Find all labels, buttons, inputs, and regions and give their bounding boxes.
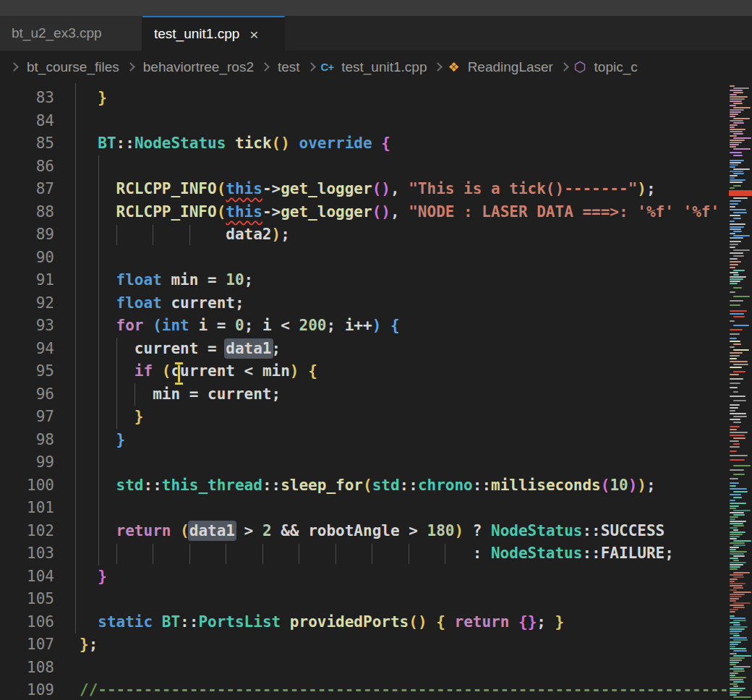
token: 2 [262,522,272,539]
token: "NODE : LASER DATA ===>: '%f' '%f' [409,203,719,221]
code-line[interactable]: 98 } [0,429,752,452]
minimap-line [730,615,735,617]
token: :: [144,477,162,494]
line-number: 91 [0,269,54,292]
code-line[interactable]: 97 } [0,406,752,429]
token: -> [262,180,281,197]
line-number: 89 [0,223,54,247]
token: tick [235,135,272,152]
minimap-line [730,589,737,591]
token: 200 [299,317,327,334]
minimap-line [730,485,736,487]
token: ( [180,522,189,539]
token: :: [582,545,600,562]
editor[interactable]: } ""83 }8485 BT::NodeStatus tick() overr… [0,83,752,700]
code-text: for (int i = 0; i < 200; i++) { [54,315,400,338]
minimap-line [730,135,737,137]
code-line[interactable]: 85 BT::NodeStatus tick() override { [0,132,752,155]
code-line[interactable]: 96 min = current; [0,383,752,406]
minimap-line [730,594,745,595]
code-text [54,657,80,680]
code-line[interactable]: 87 RCLCPP_INFO(this->get_logger(), "This… [0,178,752,201]
token: BT [162,613,180,631]
token [80,362,134,380]
code-line[interactable]: 91 float min = 10; [0,269,752,292]
token: ; [272,340,281,357]
breadcrumb-item-test-unit1-cpp[interactable]: test_unit1.cpp [341,59,427,75]
minimap-line [730,605,744,606]
code-line[interactable]: 95 if (current < min) { [0,360,752,383]
code-line[interactable]: 106 static BT::PortsList providedPorts()… [0,611,752,634]
code-line[interactable]: 90 [0,247,752,270]
minimap-line [730,668,744,670]
token: ) [637,180,646,197]
token: , [390,203,409,221]
code-line[interactable]: 100 std::this_thread::sleep_for(std::chr… [0,474,752,498]
tab-bt-u2-ex3[interactable]: bt_u2_ex3.cpp [0,16,142,51]
line-number: 83 [0,87,54,110]
code-line[interactable]: 102 return (data1 > 2 && robotAngle > 18… [0,520,752,543]
minimap-line [730,90,743,91]
minimap-line [733,510,751,511]
code-line[interactable]: 99 [0,451,752,474]
breadcrumb-item-behaviortree-ros2[interactable]: behaviortree_ros2 [143,59,254,75]
minimap[interactable] [729,83,752,700]
code-text: }; [54,633,98,657]
line-number: 93 [0,315,54,338]
minimap-line [730,114,738,115]
minimap-line [730,494,741,495]
code-text: float current; [54,292,244,315]
code-line[interactable]: 86 [0,155,752,179]
code-line[interactable]: 89 data2); [0,223,752,247]
close-icon[interactable]: × [249,27,258,42]
minimap-line [730,367,742,368]
tab-label: bt_u2_ex3.cpp [12,25,102,41]
code-line[interactable]: 108 [0,657,752,680]
minimap-line [733,122,744,124]
code-line[interactable]: 107}; [0,633,752,657]
minimap-line [733,607,745,608]
minimap-line [730,673,738,674]
code-text: static BT::PortsList providedPorts() { r… [54,611,564,634]
minimap-line [730,267,735,268]
code-line[interactable]: 94 current = data1; [0,338,752,361]
code-line[interactable]: 109//-----------------------------------… [0,679,752,700]
minimap-line [730,564,743,565]
code-line[interactable]: 92 float current; [0,292,752,315]
minimap-line [730,341,740,342]
code-line[interactable]: 105 [0,588,752,611]
minimap-line [730,94,737,95]
chevron-right-icon [126,62,135,72]
token [80,568,98,585]
minimap-line [730,404,740,406]
minimap-line [730,98,745,100]
token: providedPorts [290,613,409,631]
chevron-right-icon [260,62,270,72]
minimap-line [730,553,744,555]
token: 180 [427,522,455,539]
code-text: current = data1; [54,338,281,361]
minimap-line [733,666,751,667]
code-line[interactable]: 93 for (int i = 0; i < 200; i++) { [0,315,752,338]
code-line[interactable]: 101 [0,497,752,520]
code-line[interactable]: 88 RCLCPP_INFO(this->get_logger(), "NODE… [0,201,752,224]
minimap-line [730,146,736,148]
minimap-line [730,252,743,254]
breadcrumb-item-topic-c[interactable]: topic_c [594,59,638,75]
code-line[interactable]: 104 } [0,565,752,589]
minimap-line [733,545,745,546]
minimap-line [733,287,742,289]
code-line[interactable]: 83 } [0,87,752,110]
breadcrumb-item-test[interactable]: test [278,59,300,75]
tab-test-unit1[interactable]: test_unit1.cpp × [142,16,285,51]
breadcrumb-item-readinglaser[interactable]: ReadingLaser [468,59,553,75]
token: :: [116,135,134,152]
breadcrumb-item-bt-course-files[interactable]: bt_course_files [27,59,119,75]
code-line[interactable]: 84 [0,110,752,133]
code-line[interactable]: 103 : NodeStatus::FAILURE; [0,542,752,565]
minimap-line [730,164,738,166]
minimap-line [730,532,745,533]
token: ; [665,545,674,562]
token: 10 [226,271,244,289]
minimap-line [730,566,740,568]
